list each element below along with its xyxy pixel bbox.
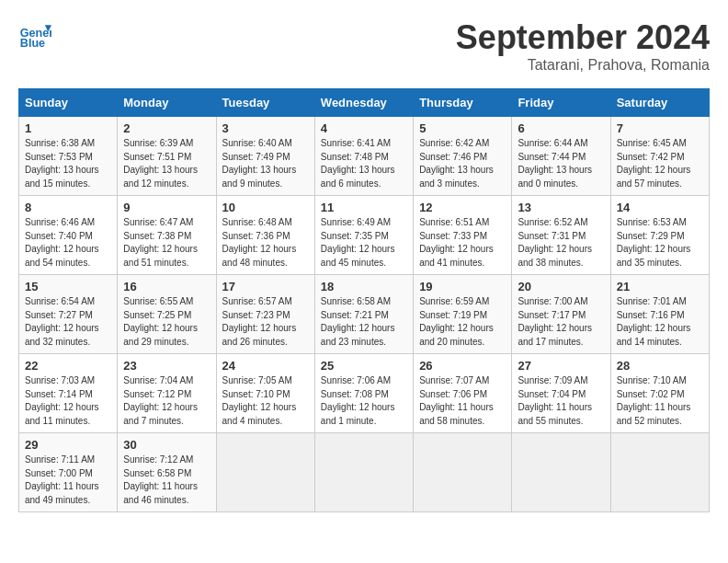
calendar-day-cell: 2 Sunrise: 6:39 AMSunset: 7:51 PMDayligh… [118,117,216,196]
day-number: 27 [518,359,604,373]
calendar-week-row: 15 Sunrise: 6:54 AMSunset: 7:27 PMDaylig… [19,275,710,354]
calendar-day-cell: 9 Sunrise: 6:47 AMSunset: 7:38 PMDayligh… [118,196,216,275]
day-info: Sunrise: 6:47 AMSunset: 7:38 PMDaylight:… [123,216,210,270]
calendar-day-cell: 12 Sunrise: 6:51 AMSunset: 7:33 PMDaylig… [414,196,512,275]
calendar-day-cell: 11 Sunrise: 6:49 AMSunset: 7:35 PMDaylig… [314,196,413,275]
col-sunday: Sunday [19,89,118,117]
calendar-day-cell: 22 Sunrise: 7:03 AMSunset: 7:14 PMDaylig… [19,354,118,433]
day-info: Sunrise: 6:40 AMSunset: 7:49 PMDaylight:… [222,137,309,190]
day-number: 30 [123,438,210,452]
day-number: 25 [321,359,407,373]
calendar-day-cell: 10 Sunrise: 6:48 AMSunset: 7:36 PMDaylig… [216,196,314,275]
day-info: Sunrise: 6:39 AMSunset: 7:51 PMDaylight:… [123,137,210,190]
day-number: 6 [518,121,604,135]
day-number: 12 [419,201,506,214]
day-info: Sunrise: 6:49 AMSunset: 7:35 PMDaylight:… [321,216,407,270]
calendar-header-row: Sunday Monday Tuesday Wednesday Thursday… [19,89,710,117]
calendar-day-cell: 24 Sunrise: 7:05 AMSunset: 7:10 PMDaylig… [216,354,314,433]
calendar-day-cell [216,433,314,512]
day-number: 7 [617,121,703,135]
day-number: 29 [25,438,111,452]
day-info: Sunrise: 6:54 AMSunset: 7:27 PMDaylight:… [25,295,111,349]
calendar-day-cell: 15 Sunrise: 6:54 AMSunset: 7:27 PMDaylig… [19,275,118,354]
calendar-day-cell: 3 Sunrise: 6:40 AMSunset: 7:49 PMDayligh… [216,117,314,196]
day-number: 20 [518,280,604,293]
col-wednesday: Wednesday [314,89,413,117]
day-info: Sunrise: 6:57 AMSunset: 7:23 PMDaylight:… [222,295,309,349]
calendar-week-row: 1 Sunrise: 6:38 AMSunset: 7:53 PMDayligh… [19,117,710,196]
day-info: Sunrise: 7:10 AMSunset: 7:02 PMDaylight:… [617,374,703,428]
day-number: 14 [617,201,703,214]
day-number: 22 [25,359,111,373]
day-number: 18 [321,280,407,293]
day-info: Sunrise: 6:58 AMSunset: 7:21 PMDaylight:… [321,295,407,349]
day-info: Sunrise: 7:05 AMSunset: 7:10 PMDaylight:… [222,374,309,428]
calendar-day-cell: 8 Sunrise: 6:46 AMSunset: 7:40 PMDayligh… [19,196,118,275]
calendar-day-cell: 29 Sunrise: 7:11 AMSunset: 7:00 PMDaylig… [19,433,118,512]
calendar-day-cell: 30 Sunrise: 7:12 AMSunset: 6:58 PMDaylig… [118,433,216,512]
day-number: 28 [617,359,703,373]
day-number: 11 [321,201,407,214]
day-info: Sunrise: 7:07 AMSunset: 7:06 PMDaylight:… [419,374,506,428]
day-info: Sunrise: 7:09 AMSunset: 7:04 PMDaylight:… [518,374,604,428]
calendar-day-cell: 21 Sunrise: 7:01 AMSunset: 7:16 PMDaylig… [610,275,709,354]
day-info: Sunrise: 6:41 AMSunset: 7:48 PMDaylight:… [321,137,407,190]
day-number: 9 [123,201,210,214]
calendar-day-cell [314,433,413,512]
calendar-week-row: 29 Sunrise: 7:11 AMSunset: 7:00 PMDaylig… [19,433,710,512]
calendar-day-cell [512,433,610,512]
calendar-day-cell: 13 Sunrise: 6:52 AMSunset: 7:31 PMDaylig… [512,196,610,275]
title-block: September 2024 Tatarani, Prahova, Romani… [456,18,710,74]
svg-text:Blue: Blue [20,37,45,50]
day-info: Sunrise: 7:06 AMSunset: 7:08 PMDaylight:… [321,374,407,428]
day-number: 24 [222,359,309,373]
calendar-day-cell: 20 Sunrise: 7:00 AMSunset: 7:17 PMDaylig… [512,275,610,354]
calendar-day-cell: 17 Sunrise: 6:57 AMSunset: 7:23 PMDaylig… [216,275,314,354]
day-number: 10 [222,201,309,214]
day-number: 3 [222,121,309,135]
day-number: 23 [123,359,210,373]
day-info: Sunrise: 7:11 AMSunset: 7:00 PMDaylight:… [25,454,111,507]
day-info: Sunrise: 6:38 AMSunset: 7:53 PMDaylight:… [25,137,111,190]
month-title: September 2024 [456,18,710,57]
col-monday: Monday [118,89,216,117]
calendar-day-cell: 4 Sunrise: 6:41 AMSunset: 7:48 PMDayligh… [314,117,413,196]
logo-icon: General Blue [18,18,51,52]
calendar-day-cell: 27 Sunrise: 7:09 AMSunset: 7:04 PMDaylig… [512,354,610,433]
calendar-week-row: 8 Sunrise: 6:46 AMSunset: 7:40 PMDayligh… [19,196,710,275]
calendar-day-cell: 6 Sunrise: 6:44 AMSunset: 7:44 PMDayligh… [512,117,610,196]
day-info: Sunrise: 7:03 AMSunset: 7:14 PMDaylight:… [25,374,111,428]
day-number: 13 [518,201,604,214]
day-number: 16 [123,280,210,293]
day-info: Sunrise: 6:45 AMSunset: 7:42 PMDaylight:… [617,137,703,190]
day-info: Sunrise: 6:53 AMSunset: 7:29 PMDaylight:… [617,216,703,270]
day-number: 1 [25,121,111,135]
day-number: 19 [419,280,506,293]
day-info: Sunrise: 7:00 AMSunset: 7:17 PMDaylight:… [518,295,604,349]
calendar-day-cell: 26 Sunrise: 7:07 AMSunset: 7:06 PMDaylig… [414,354,512,433]
day-number: 26 [419,359,506,373]
day-number: 15 [25,280,111,293]
day-info: Sunrise: 6:42 AMSunset: 7:46 PMDaylight:… [419,137,506,190]
calendar-day-cell: 16 Sunrise: 6:55 AMSunset: 7:25 PMDaylig… [118,275,216,354]
location-subtitle: Tatarani, Prahova, Romania [456,57,710,74]
day-info: Sunrise: 6:59 AMSunset: 7:19 PMDaylight:… [419,295,506,349]
calendar-day-cell [414,433,512,512]
calendar-day-cell: 18 Sunrise: 6:58 AMSunset: 7:21 PMDaylig… [314,275,413,354]
page-header: General Blue September 2024 Tatarani, Pr… [18,18,710,74]
calendar-day-cell: 7 Sunrise: 6:45 AMSunset: 7:42 PMDayligh… [610,117,709,196]
calendar-day-cell [610,433,709,512]
day-number: 8 [25,201,111,214]
calendar-day-cell: 25 Sunrise: 7:06 AMSunset: 7:08 PMDaylig… [314,354,413,433]
logo: General Blue [18,18,51,52]
day-number: 2 [123,121,210,135]
day-info: Sunrise: 6:44 AMSunset: 7:44 PMDaylight:… [518,137,604,190]
day-number: 21 [617,280,703,293]
calendar-day-cell: 1 Sunrise: 6:38 AMSunset: 7:53 PMDayligh… [19,117,118,196]
day-info: Sunrise: 6:52 AMSunset: 7:31 PMDaylight:… [518,216,604,270]
day-info: Sunrise: 6:46 AMSunset: 7:40 PMDaylight:… [25,216,111,270]
day-info: Sunrise: 6:51 AMSunset: 7:33 PMDaylight:… [419,216,506,270]
day-number: 5 [419,121,506,135]
day-info: Sunrise: 6:55 AMSunset: 7:25 PMDaylight:… [123,295,210,349]
calendar-day-cell: 28 Sunrise: 7:10 AMSunset: 7:02 PMDaylig… [610,354,709,433]
